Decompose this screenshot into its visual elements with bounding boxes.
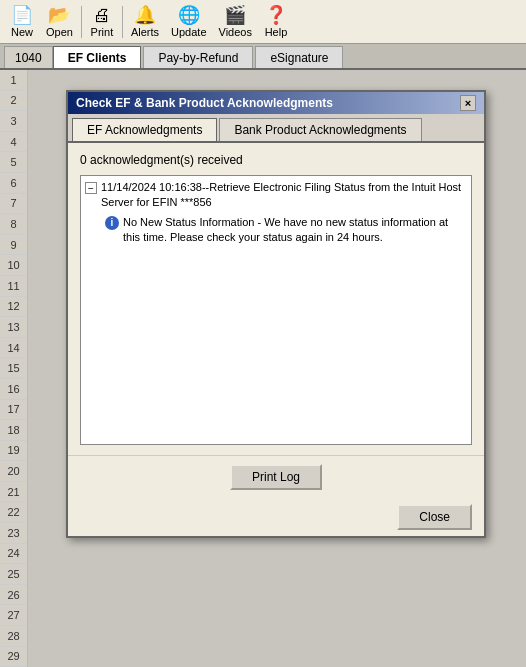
update-icon: 🌐 [178,5,200,27]
dialog-tab-bar: EF Acknowledgments Bank Product Acknowle… [68,114,484,143]
tab-bank-product-acknowledgments[interactable]: Bank Product Acknowledgments [219,118,421,141]
new-button[interactable]: 📄 New [4,3,40,41]
main-area: 1 2 3 4 5 6 7 8 9 10 11 12 13 14 15 16 1… [0,70,526,667]
videos-icon: 🎬 [224,5,246,27]
videos-button[interactable]: 🎬 Videos [213,3,258,41]
content-area: Check EF & Bank Product Acknowledgments … [28,70,526,667]
dialog-body: 0 acknowledgment(s) received − 11/14/202… [68,143,484,455]
row-num-25: 25 [0,564,27,585]
row-num-2: 2 [0,91,27,112]
tree-toggle[interactable]: − [85,182,97,194]
row-num-17: 17 [0,400,27,421]
print-button[interactable]: 🖨 Print [84,3,120,41]
print-icon: 🖨 [93,5,111,27]
print-log-button[interactable]: Print Log [230,464,322,490]
row-num-8: 8 [0,214,27,235]
log-main-text: 11/14/2024 10:16:38--Retrieve Electronic… [101,180,467,211]
row-num-20: 20 [0,461,27,482]
row-num-9: 9 [0,235,27,256]
row-numbers: 1 2 3 4 5 6 7 8 9 10 11 12 13 14 15 16 1… [0,70,28,667]
row-num-6: 6 [0,173,27,194]
dialog-close-x-button[interactable]: × [460,95,476,111]
row-num-11: 11 [0,276,27,297]
dialog-footer: Print Log [68,455,484,498]
row-num-29: 29 [0,647,27,667]
dialog-title: Check EF & Bank Product Acknowledgments [76,96,333,110]
tab-ef-acknowledgments[interactable]: EF Acknowledgments [72,118,217,141]
new-icon: 📄 [11,5,33,27]
tab-pay-by-refund[interactable]: Pay-by-Refund [143,46,253,68]
row-num-10: 10 [0,255,27,276]
dialog: Check EF & Bank Product Acknowledgments … [66,90,486,538]
row-num-14: 14 [0,338,27,359]
dialog-close-row: Close [68,498,484,536]
row-num-7: 7 [0,194,27,215]
alerts-button[interactable]: 🔔 Alerts [125,3,165,41]
row-num-13: 13 [0,317,27,338]
row-num-5: 5 [0,152,27,173]
row-num-15: 15 [0,358,27,379]
row-num-16: 16 [0,379,27,400]
row-num-18: 18 [0,420,27,441]
open-button[interactable]: 📂 Open [40,3,79,41]
tab-ef-clients[interactable]: EF Clients [53,46,142,68]
row-num-23: 23 [0,523,27,544]
row-num-12: 12 [0,297,27,318]
help-button[interactable]: ❓ Help [258,3,294,41]
log-child-entry: i No New Status Information - We have no… [105,215,467,246]
row-num-27: 27 [0,605,27,626]
log-child-text: No New Status Information - We have no n… [123,215,467,246]
tab-bar: 1040 EF Clients Pay-by-Refund eSignature [0,44,526,70]
row-num-24: 24 [0,544,27,565]
row-num-3: 3 [0,111,27,132]
toolbar-divider [81,6,82,38]
update-button[interactable]: 🌐 Update [165,3,212,41]
row-num-4: 4 [0,132,27,153]
open-icon: 📂 [48,5,70,27]
close-button[interactable]: Close [397,504,472,530]
alerts-icon: 🔔 [134,5,156,27]
info-icon: i [105,216,119,230]
row-num-22: 22 [0,502,27,523]
toolbar: 📄 New 📂 Open 🖨 Print 🔔 Alerts 🌐 Update 🎬… [0,0,526,44]
acknowledgment-count: 0 acknowledgment(s) received [80,153,472,167]
help-icon: ❓ [265,5,287,27]
row-num-26: 26 [0,585,27,606]
tab-esignature[interactable]: eSignature [255,46,343,68]
log-entry: − 11/14/2024 10:16:38--Retrieve Electron… [85,180,467,211]
row-num-1: 1 [0,70,27,91]
row-num-28: 28 [0,626,27,647]
toolbar-divider-2 [122,6,123,38]
row-num-21: 21 [0,482,27,503]
dialog-titlebar: Check EF & Bank Product Acknowledgments … [68,92,484,114]
row-num-19: 19 [0,441,27,462]
log-area[interactable]: − 11/14/2024 10:16:38--Retrieve Electron… [80,175,472,445]
tab-1040[interactable]: 1040 [4,46,53,68]
